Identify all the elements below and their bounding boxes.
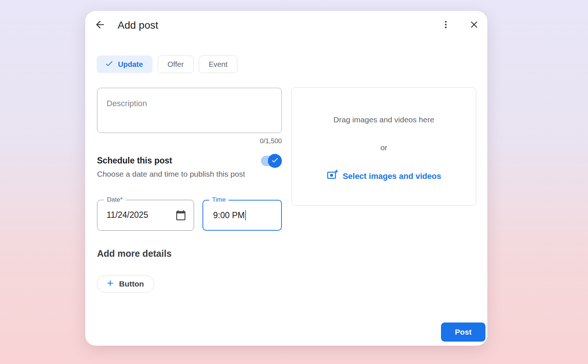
time-field[interactable]: Time 9:00 PM: [202, 200, 282, 231]
add-button-chip[interactable]: Button: [97, 275, 154, 293]
description-placeholder: Description: [107, 99, 147, 108]
kebab-menu-icon: [441, 19, 451, 31]
schedule-toggle[interactable]: [261, 156, 282, 166]
add-photo-icon: [327, 169, 338, 183]
close-icon: [469, 19, 480, 31]
more-options-button[interactable]: [438, 18, 453, 32]
tab-label: Offer: [168, 60, 184, 69]
arrow-back-icon: [94, 19, 106, 32]
time-field-label: Time: [209, 196, 229, 203]
add-button-label: Button: [119, 280, 144, 288]
select-media-label: Select images and videos: [343, 172, 441, 181]
back-button[interactable]: [93, 18, 107, 32]
calendar-icon[interactable]: [175, 210, 186, 221]
or-text: or: [292, 143, 476, 152]
date-field-label: Date*: [104, 196, 126, 203]
date-field[interactable]: Date* 11/24/2025: [97, 200, 194, 231]
select-media-button[interactable]: Select images and videos: [292, 169, 476, 183]
post-type-tabs: Update Offer Event: [97, 55, 237, 73]
character-counter: 0/1,500: [97, 137, 282, 145]
tab-event[interactable]: Event: [199, 55, 237, 73]
tab-label: Event: [209, 60, 227, 69]
close-button[interactable]: [467, 18, 481, 32]
check-icon: [105, 59, 114, 70]
tab-offer[interactable]: Offer: [158, 55, 194, 73]
text-cursor: [245, 210, 246, 220]
schedule-subtitle: Choose a date and time to publish this p…: [97, 170, 245, 179]
time-field-value: 9:00 PM: [213, 210, 246, 220]
media-dropzone[interactable]: Drag images and videos here or Select im…: [291, 87, 476, 206]
drag-hint-text: Drag images and videos here: [292, 115, 476, 124]
plus-icon: [105, 278, 115, 290]
date-field-value: 11/24/2025: [107, 210, 148, 220]
tab-label: Update: [118, 60, 143, 69]
schedule-title: Schedule this post: [97, 156, 172, 166]
check-icon: [271, 156, 279, 166]
page-title: Add post: [118, 19, 158, 32]
add-post-dialog: Add post Update Offer Event Description …: [85, 11, 487, 346]
tab-update[interactable]: Update: [97, 55, 153, 73]
description-input[interactable]: Description: [97, 88, 282, 133]
add-more-details-heading: Add more details: [97, 248, 172, 259]
post-button[interactable]: Post: [441, 322, 485, 342]
toggle-thumb: [268, 154, 282, 168]
